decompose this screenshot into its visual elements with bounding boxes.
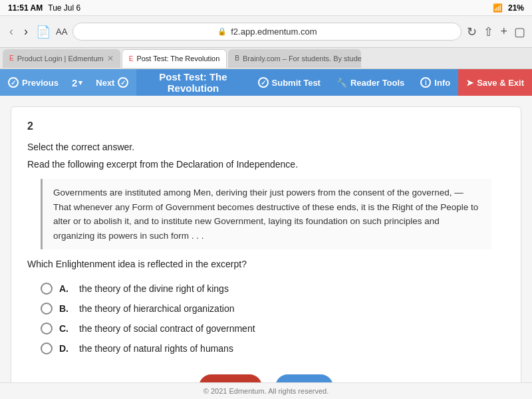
footer: © 2021 Edmentum. All rights reserved. xyxy=(0,382,532,399)
radio-d[interactable] xyxy=(41,342,53,354)
question-nav[interactable]: 2 ▾ xyxy=(66,69,88,96)
option-c-text: the theory of social contract of governm… xyxy=(79,323,255,334)
tab-icon-2: E xyxy=(129,55,134,63)
next-icon: ✓ xyxy=(118,77,128,88)
main-content: 2 Select the correct answer. Read the fo… xyxy=(0,96,532,382)
status-icons: 📶 21% xyxy=(493,3,524,13)
font-size-indicator: AA xyxy=(56,27,67,37)
exit-icon: ➤ xyxy=(466,78,473,88)
option-d[interactable]: D. the theory of natural rights of human… xyxy=(41,342,505,354)
question-prompt: Read the following excerpt from the Decl… xyxy=(27,159,505,170)
action-buttons: Reset Next xyxy=(27,374,505,382)
question-instruction: Select the correct answer. xyxy=(27,142,505,152)
option-b-letter: B. xyxy=(59,303,72,314)
question-number: 2 xyxy=(72,77,77,88)
question-text: Which Enlightenment idea is reflected in… xyxy=(27,259,505,269)
next-action-button[interactable]: Next xyxy=(275,374,333,382)
prev-button[interactable]: ✓ Previous xyxy=(0,69,66,96)
tab-post-test[interactable]: E Post Test: The Revolution xyxy=(122,49,227,68)
radio-c[interactable] xyxy=(41,323,53,334)
radio-a[interactable] xyxy=(41,283,53,295)
browser-chrome: ‹ › 📄 AA 🔒 f2.app.edmentum.com ↻ ⇧ + ▢ xyxy=(0,16,532,48)
submit-icon: ✓ xyxy=(258,77,269,88)
reader-label: Reader Tools xyxy=(350,78,404,88)
option-a-text: the theory of the divine right of kings xyxy=(79,283,229,294)
option-c[interactable]: C. the theory of social contract of gove… xyxy=(41,323,505,334)
save-exit-button[interactable]: ➤ Save & Exit xyxy=(458,69,532,96)
status-date: Tue Jul 6 xyxy=(48,3,80,13)
status-time: 11:51 AM xyxy=(8,3,43,13)
reload-button[interactable]: ↻ xyxy=(467,25,477,39)
url-text: f2.app.edmentum.com xyxy=(231,27,317,37)
next-button[interactable]: Next ✓ xyxy=(88,69,136,96)
share-button[interactable]: ⇧ xyxy=(483,25,493,39)
tab-close-1[interactable]: ✕ xyxy=(107,54,114,63)
tab-icon-3: B xyxy=(235,55,239,62)
browser-forward-button[interactable]: › xyxy=(21,22,31,41)
browser-back-button[interactable]: ‹ xyxy=(7,22,16,41)
reader-tools-button[interactable]: 🔧 Reader Tools xyxy=(329,69,412,96)
footer-text: © 2021 Edmentum. All rights reserved. xyxy=(203,387,329,395)
status-bar: 11:51 AM Tue Jul 6 📶 21% xyxy=(0,0,532,16)
option-d-text: the theory of natural rights of humans xyxy=(79,343,233,354)
browser-reader-icon: 📄 xyxy=(36,25,51,39)
chevron-down-icon: ▾ xyxy=(78,78,82,87)
wrench-icon: 🔧 xyxy=(336,78,347,88)
reset-button[interactable]: Reset xyxy=(199,374,262,382)
info-button[interactable]: i Info xyxy=(412,69,458,96)
tab-product-login[interactable]: E Product Login | Edmentum ✕ xyxy=(3,49,120,68)
prev-icon: ✓ xyxy=(8,77,19,88)
new-tab-button[interactable]: + xyxy=(500,25,507,39)
browser-actions: ↻ ⇧ + ▢ xyxy=(467,25,525,39)
submit-test-button[interactable]: ✓ Submit Test xyxy=(250,69,329,96)
tab-brainly[interactable]: B Brainly.com – For students. By student… xyxy=(228,49,361,68)
submit-label: Submit Test xyxy=(272,78,321,88)
battery-icon: 21% xyxy=(508,3,524,13)
tab-label-2: Post Test: The Revolution xyxy=(136,55,219,63)
question-number-label: 2 xyxy=(27,120,505,132)
address-bar[interactable]: 🔒 f2.app.edmentum.com xyxy=(72,23,462,41)
option-b-text: the theory of hierarchical organization xyxy=(79,303,234,314)
tab-label-3: Brainly.com – For students. By students. xyxy=(243,55,361,63)
option-a[interactable]: A. the theory of the divine right of kin… xyxy=(41,283,505,295)
tabs-button[interactable]: ▢ xyxy=(514,25,525,39)
question-card: 2 Select the correct answer. Read the fo… xyxy=(11,106,521,382)
radio-b[interactable] xyxy=(41,303,53,315)
option-c-letter: C. xyxy=(59,323,72,334)
tab-icon-1: E xyxy=(9,55,14,62)
option-b[interactable]: B. the theory of hierarchical organizati… xyxy=(41,303,505,315)
save-label: Save & Exit xyxy=(477,78,524,88)
browser-tabs: E Product Login | Edmentum ✕ E Post Test… xyxy=(0,48,532,69)
tab-label-1: Product Login | Edmentum xyxy=(17,55,104,63)
wifi-icon: 📶 xyxy=(493,3,503,13)
prev-label: Previous xyxy=(22,78,59,88)
option-d-letter: D. xyxy=(59,343,72,354)
option-a-letter: A. xyxy=(59,283,72,294)
app-toolbar: ✓ Previous 2 ▾ Next ✓ Post Test: The Rev… xyxy=(0,69,532,96)
page-title: Post Test: The Revolution xyxy=(136,71,249,94)
next-label: Next xyxy=(96,78,114,88)
excerpt-block: Governments are instituted among Men, de… xyxy=(41,179,491,249)
answer-options: A. the theory of the divine right of kin… xyxy=(41,283,505,354)
lock-icon: 🔒 xyxy=(217,27,227,36)
info-icon: i xyxy=(420,77,431,88)
info-label: Info xyxy=(434,78,450,88)
